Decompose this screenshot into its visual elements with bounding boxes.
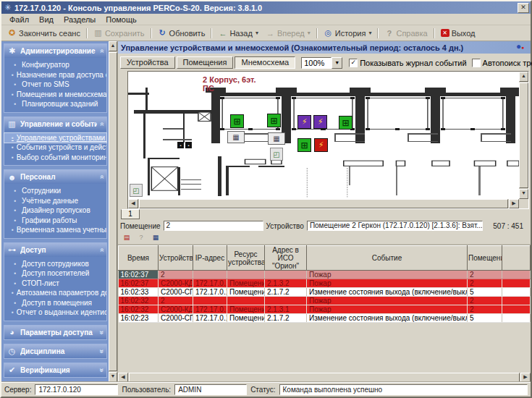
sidebar-item[interactable]: ▪Отчет по SMS (4, 80, 106, 90)
sidebar-item[interactable]: ▪Сотрудники (4, 186, 106, 196)
device-icon-green-detector[interactable] (267, 114, 281, 127)
sidebar-section-header[interactable]: ✔Верификация» (4, 363, 106, 377)
column-header[interactable]: Адрес в ИСО "Орион" (265, 246, 307, 271)
scroll-left-icon[interactable]: ◀ (128, 199, 138, 208)
chevron-down-icon[interactable]: ▾ (308, 30, 311, 36)
sidebar-section-header[interactable]: ✱Администрирование» (4, 44, 106, 58)
device-icon-grey-panel[interactable] (268, 132, 285, 145)
device-icon-purple-alarm[interactable] (313, 115, 327, 129)
toolbar-button[interactable]: ←Назад▾ (214, 28, 262, 38)
checkbox-option[interactable]: Автопоиск тревожного устройства (472, 59, 532, 67)
chevron-icon[interactable]: » (98, 122, 106, 126)
sidebar-section-header[interactable]: ◷Дисциплина» (4, 344, 106, 358)
scroll-up-icon[interactable]: ▲ (109, 41, 117, 51)
scroll-up-icon[interactable]: ▲ (519, 72, 528, 82)
event-table[interactable]: ВремяУстройствоIP-адресРесурс устройства… (118, 245, 531, 323)
table-header-row[interactable]: ВремяУстройствоIP-адресРесурс устройства… (119, 246, 531, 271)
device-icon-white-door[interactable] (270, 148, 283, 161)
table-row[interactable]: 16:02:322Пожар2 (119, 297, 531, 305)
sidebar-item[interactable]: ▪Отчет о выданных идентиф... (4, 308, 106, 318)
menu-item[interactable]: Вид (34, 15, 59, 24)
device-icon-green-detector[interactable] (297, 138, 311, 152)
sidebar-item[interactable]: ▪Конфигуратор (4, 60, 106, 70)
menu-item[interactable]: Разделы (59, 15, 101, 24)
sidebar-item[interactable]: ▪Доступ сотрудников (4, 259, 106, 269)
scroll-left-icon[interactable]: ◀ (118, 373, 128, 382)
export-icon[interactable]: ▤ (120, 232, 133, 243)
column-header[interactable]: Событие (307, 246, 468, 271)
plan-horizontal-scrollbar[interactable]: ◀ ▶ (128, 199, 519, 208)
sidebar-item[interactable]: ▪Доступ в помещения (4, 298, 106, 308)
column-header[interactable]: IP-адрес (193, 246, 227, 271)
sidebar-section-header[interactable]: ☻Персонал» (4, 170, 106, 184)
scrollbar-thumb[interactable] (129, 373, 520, 382)
chevron-down-icon[interactable]: ▾ (256, 30, 258, 36)
device-icon-purple-alarm[interactable] (297, 115, 311, 129)
sidebar-item[interactable]: ▪Временная замена учетных ... (4, 225, 106, 235)
menu-item[interactable]: Помощь (101, 15, 142, 24)
sidebar-item[interactable]: ▪СТОП-лист (4, 279, 106, 289)
sidebar-scrollbar[interactable]: ▲ ▼ (109, 41, 117, 382)
chevron-icon[interactable]: » (98, 330, 106, 334)
device-icon-green-detector[interactable] (339, 116, 352, 130)
sidebar-section-header[interactable]: ◕Параметры доступа» (4, 326, 106, 339)
chevron-icon[interactable]: » (98, 247, 106, 252)
device-icon-red-relay[interactable] (314, 138, 328, 152)
column-header[interactable]: Устройство (159, 246, 193, 271)
table-row[interactable]: 16:02:372Пожар2 (119, 271, 531, 279)
sidebar-section-header[interactable]: ▥Управление и события» (4, 117, 106, 131)
chevron-down-icon[interactable]: ▾ (368, 30, 371, 36)
checkbox-checked-icon[interactable]: ✓ (349, 59, 358, 67)
chevron-down-icon[interactable]: ▼ (332, 57, 342, 69)
device-icon-tiny-black[interactable] (177, 142, 184, 148)
column-header[interactable]: Время (119, 246, 159, 271)
chevron-icon[interactable]: » (98, 175, 106, 179)
toolbar-button[interactable]: ◎История▾ (320, 27, 376, 38)
toolbar-button[interactable]: ✪Закончить сеанс (4, 27, 84, 38)
device-icon-green-detector[interactable] (230, 114, 244, 128)
scroll-down-icon[interactable]: ▼ (519, 189, 528, 199)
floor-plan[interactable]: 2 Корпус, 6эт. ПС (128, 72, 519, 199)
plan-page-tab[interactable]: 1 (121, 209, 140, 219)
table-row[interactable]: 16:02:37С2000-КДЛ172.17.0.120Помещение 2… (119, 279, 531, 288)
tab-устройства[interactable]: Устройства (120, 56, 175, 69)
scrollbar-thumb[interactable] (519, 82, 528, 188)
scroll-right-icon[interactable]: ▶ (509, 199, 519, 208)
device-icon-white-door[interactable] (130, 184, 143, 197)
scrollbar-thumb[interactable] (109, 52, 117, 371)
sidebar-item[interactable]: ▪Графики работы (4, 216, 106, 226)
table-horizontal-scrollbar[interactable]: ◀ ▶ (118, 373, 531, 382)
scrollbar-thumb[interactable] (139, 199, 508, 208)
sidebar-item[interactable]: ▪Дизайнер пропусков (4, 206, 106, 216)
sidebar-item[interactable]: ▪События устройств и дейст... (4, 143, 106, 153)
table-row[interactable]: 16:02:32С2000-КДЛ172.17.0.120Помещение 2… (119, 305, 531, 314)
sidebar-item[interactable]: ▪Назначение прав доступа о... (4, 70, 106, 80)
table-row[interactable]: 16:02:33С2000-СП1172.17.0.120Помещение 2… (119, 288, 531, 297)
checkbox-icon[interactable] (472, 59, 481, 67)
chevron-icon[interactable]: » (98, 368, 106, 372)
sidebar-section-header[interactable]: ⊶Доступ» (4, 243, 106, 257)
plan-vertical-scrollbar[interactable]: ▲ ▼ (519, 72, 528, 199)
toolbar-button[interactable]: ↻Обновить (154, 27, 209, 38)
zoom-select[interactable]: 100% ▼ (301, 57, 342, 69)
tab-мнемосхема[interactable]: Мнемосхема (235, 56, 295, 69)
sidebar-item[interactable]: ▪Помещения и мнемосхема (4, 90, 106, 100)
sidebar-item[interactable]: ▪Планировщик заданий (4, 99, 106, 109)
sidebar-item[interactable]: ▪Выбор событий мониторинга (4, 153, 106, 163)
column-header[interactable]: Ресурс устройства (227, 246, 265, 271)
save-icon[interactable]: ▦ (149, 232, 162, 243)
sidebar-item[interactable]: ▪Учётные данные (4, 196, 106, 206)
sidebar-item[interactable]: ▪Управление устройствами и... (4, 133, 106, 143)
device-icon-tiny-black[interactable] (185, 142, 192, 148)
chevron-icon[interactable]: » (98, 349, 106, 353)
toolbar-button[interactable]: ✕Выход (437, 28, 479, 38)
device-icon-grey-panel[interactable] (227, 131, 245, 143)
column-header[interactable]: Помещение (468, 246, 502, 271)
chevron-icon[interactable]: » (98, 49, 106, 54)
table-row[interactable]: 16:02:23С2000-СП1172.17.0.120Помещение 2… (119, 314, 531, 323)
sidebar-item[interactable]: ▪Доступ посетителей (4, 268, 106, 279)
scroll-right-icon[interactable]: ▶ (520, 373, 531, 382)
scroll-down-icon[interactable]: ▼ (109, 372, 117, 382)
menu-item[interactable]: Файл (4, 15, 34, 24)
tab-помещения[interactable]: Помещения (177, 56, 234, 69)
